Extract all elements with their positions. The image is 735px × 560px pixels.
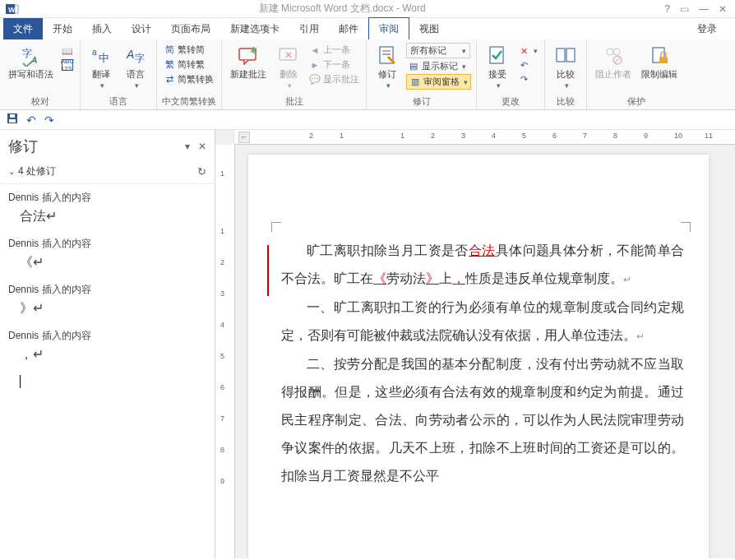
login-link[interactable]: 登录 [687,18,727,39]
show-markup-button[interactable]: ▤显示标记▾ [406,59,471,73]
help-button[interactable]: ? [664,3,670,15]
delete-comment-icon: ✕ [277,44,300,67]
revisions-list: Dennis 插入的内容 合法↵ Dennis 插入的内容 《↵ Dennis … [0,184,215,558]
document-body[interactable]: 旷工离职扣除当月工资是否合法具体问题具体分析，不能简单合不合法。旷工在《劳动法》… [281,237,684,490]
group-comments: ✱ 新建批注 ✕ 删除▾ ◄上一条 ►下一条 💬显示批注 批注 [222,39,367,109]
tab-file[interactable]: 文件 [3,18,43,39]
new-comment-button[interactable]: ✱ 新建批注 [227,43,270,81]
svg-rect-24 [659,57,668,63]
svg-line-22 [614,57,621,63]
track-changes-button[interactable]: 修订▾ [372,43,403,91]
svg-point-19 [607,49,613,55]
ribbon-toggle-button[interactable]: ▭ [680,3,689,15]
redo-button[interactable]: ↷ [44,113,54,127]
tab-layout[interactable]: 页面布局 [161,18,220,39]
undo-button[interactable]: ↶ [26,113,36,127]
language-icon: A字 [124,44,147,67]
tab-selector[interactable]: ⌐ [238,132,250,143]
to-simplified-button[interactable]: 简繁转简 [162,43,215,57]
tab-mailings[interactable]: 邮件 [329,18,368,39]
prev-change-button[interactable]: ↶ [516,58,539,72]
tab-design[interactable]: 设计 [122,18,161,39]
compare-icon [554,44,577,67]
svg-rect-17 [557,49,565,62]
revision-item[interactable]: Dennis 插入的内容 》↵ [8,283,206,319]
compare-button[interactable]: 比较▾ [550,43,581,91]
svg-rect-27 [10,114,15,118]
pane-options-button[interactable]: ▾ [185,141,190,152]
tab-review[interactable]: 审阅 [368,17,409,39]
convert-icon: ⇄ [164,74,175,86]
group-tracking: 修订▾ 所有标记▾ ▤显示标记▾ ▥审阅窗格▾ 修订 [367,39,477,109]
svg-text:a: a [92,48,97,57]
next-icon: ► [309,59,321,71]
spelling-button[interactable]: 字A 拼写和语法 [5,43,57,81]
next-change-button[interactable]: ↷ [516,72,539,86]
inserted-text: 《 [373,271,386,285]
horizontal-ruler[interactable]: ⌐ 2112345678910111213142426 [235,130,735,145]
language-button[interactable]: A字 语言▾ [120,43,151,91]
tab-view[interactable]: 视图 [409,18,449,39]
save-button[interactable] [7,113,18,127]
translate-icon: a中 [90,44,113,67]
revision-count: 4 处修订 [18,165,56,177]
text-cursor [20,375,21,388]
translate-button[interactable]: a中 翻译▾ [86,43,117,91]
tab-newtab[interactable]: 新建选项卡 [220,18,289,39]
group-protect: 阻止作者 限制编辑 保护 [587,39,686,109]
reject-button[interactable]: ✕▾ [516,44,539,58]
svg-point-20 [613,49,620,55]
chevron-down-icon[interactable]: ⌄ [8,167,15,176]
show-comments-icon: 💬 [309,74,321,86]
next-comment-button: ►下一条 [307,58,361,72]
document-page[interactable]: 旷工离职扣除当月工资是否合法具体问题具体分析，不能简单合不合法。旷工在《劳动法》… [248,155,709,558]
prev-icon: ◄ [309,44,321,56]
revision-item[interactable]: Dennis 插入的内容 《↵ [8,237,206,273]
ribbon-tabs: 文件 开始 插入 设计 页面布局 新建选项卡 引用 邮件 审阅 视图 登录 [0,18,735,39]
minimize-button[interactable]: — [699,3,709,15]
new-comment-icon: ✱ [237,44,260,67]
revision-item[interactable]: Dennis 插入的内容 合法↵ [8,191,206,227]
svg-rect-18 [566,49,575,62]
refresh-button[interactable]: ↻ [197,165,206,178]
reviewing-pane-button[interactable]: ▥审阅窗格▾ [406,74,471,90]
simplified-icon: 简 [164,44,175,56]
track-changes-icon [376,44,399,67]
group-compare: 比较▾ 比较 [545,39,587,109]
tab-references[interactable]: 引用 [289,18,329,39]
thesaurus-button[interactable]: 📖 [60,44,75,58]
accept-button[interactable]: 接受▾ [482,43,513,91]
revisions-pane-title: 修订 [8,137,38,156]
svg-text:中: 中 [99,52,109,64]
block-authors-button: 阻止作者 [592,43,635,81]
tab-home[interactable]: 开始 [43,18,82,39]
pane-close-button[interactable]: ✕ [198,141,206,152]
to-traditional-button[interactable]: 繁简转繁 [162,58,215,72]
svg-text:字: 字 [135,53,145,64]
quick-access-toolbar: ↶ ↷ [0,110,735,130]
svg-text:W: W [8,6,16,14]
margin-corner-icon [271,222,281,232]
revision-item[interactable]: Dennis 插入的内容 ，↵ [8,329,206,365]
ruler-ticks: 2112345678910111213142426 [309,132,735,140]
svg-text:✱: ✱ [250,47,257,55]
markup-display-dropdown[interactable]: 所有标记▾ [406,43,470,58]
reviewing-pane-icon: ▥ [409,76,421,88]
paragraph-mark-icon: ↵ [636,331,645,342]
close-window-button[interactable]: ✕ [719,3,727,15]
book-icon: 📖 [62,45,73,57]
word-count-button[interactable]: ABC123 [60,58,75,72]
vertical-ruler[interactable]: 1 1 2 3 4 5 6 7 8 9 [215,145,235,558]
chinese-convert-button[interactable]: ⇄简繁转换 [162,72,215,86]
svg-text:✕: ✕ [284,49,293,61]
document-area: ⌐ 2112345678910111213142426 1 1 2 3 4 5 … [215,130,735,558]
show-comments-button: 💬显示批注 [307,72,361,86]
group-proofing: 字A 拼写和语法 📖 ABC123 校对 [0,39,81,109]
svg-rect-26 [9,119,16,123]
ribbon: 字A 拼写和语法 📖 ABC123 校对 a中 翻译▾ A字 语言▾ 语言 [0,39,735,110]
restrict-editing-button[interactable]: 限制编辑 [638,43,681,81]
block-authors-icon [602,44,625,67]
word-app-icon: W [5,2,20,16]
tab-insert[interactable]: 插入 [82,18,122,39]
title-bar: W 新建 Microsoft Word 文档.docx - Word ? ▭ —… [0,0,735,18]
